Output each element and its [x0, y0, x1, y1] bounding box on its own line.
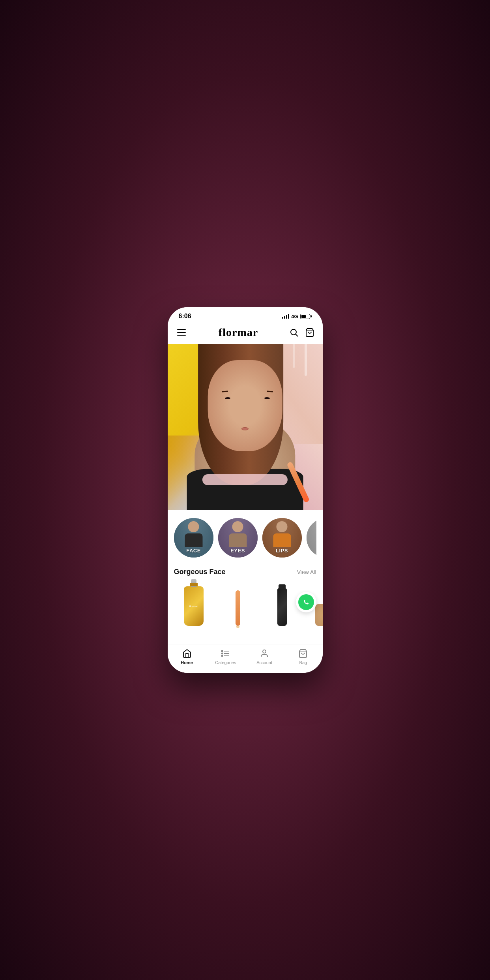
- status-icons: 4G: [282, 314, 311, 319]
- product-card-1[interactable]: flormar: [174, 582, 213, 626]
- app-header: flormar: [168, 323, 323, 344]
- svg-point-8: [221, 655, 223, 657]
- status-bar: 6:06 4G: [168, 307, 323, 323]
- nav-bag[interactable]: Bag: [284, 648, 322, 665]
- whatsapp-button[interactable]: [296, 592, 316, 612]
- nav-categories[interactable]: Categories: [206, 648, 245, 665]
- svg-point-6: [221, 651, 223, 652]
- home-nav-label: Home: [181, 660, 193, 665]
- product-card-2[interactable]: [218, 582, 258, 626]
- view-all-button[interactable]: View All: [297, 569, 316, 575]
- app-logo: flormar: [219, 326, 258, 339]
- product-pencil-image: [236, 590, 240, 626]
- nav-account[interactable]: Account: [245, 648, 284, 665]
- face-label: FACE: [186, 548, 201, 554]
- bag-nav-label: Bag: [299, 660, 307, 665]
- bag-button[interactable]: [305, 328, 314, 337]
- account-nav-label: Account: [256, 660, 272, 665]
- gorgeous-face-header: Gorgeous Face View All: [168, 561, 323, 579]
- category-circles-row: FACE EYES: [174, 518, 316, 558]
- svg-point-7: [221, 653, 223, 654]
- bottom-navigation: Home Categories: [168, 644, 323, 673]
- hamburger-icon: [177, 329, 186, 330]
- header-action-icons: [289, 328, 314, 337]
- product-bottle-image: flormar: [184, 586, 204, 626]
- network-label: 4G: [291, 314, 298, 319]
- battery-icon: [300, 314, 312, 319]
- search-button[interactable]: [289, 328, 299, 337]
- categories-nav-label: Categories: [215, 660, 236, 665]
- svg-line-1: [296, 334, 298, 337]
- signal-bars-icon: [282, 314, 289, 319]
- section-title: Gorgeous Face: [174, 568, 226, 576]
- eyes-label: EYES: [230, 548, 245, 554]
- category-extra[interactable]: [307, 518, 316, 558]
- svg-point-9: [263, 650, 266, 653]
- nav-home[interactable]: Home: [168, 648, 206, 665]
- category-face[interactable]: FACE: [174, 518, 213, 558]
- lips-label: LIPS: [276, 548, 288, 554]
- menu-button[interactable]: [176, 328, 187, 337]
- category-lips[interactable]: LIPS: [262, 518, 302, 558]
- hero-banner: [168, 344, 323, 510]
- categories-section: FACE EYES: [168, 510, 323, 561]
- category-eyes[interactable]: EYES: [218, 518, 258, 558]
- phone-frame: 6:06 4G flormar: [168, 307, 323, 673]
- main-content: FACE EYES: [168, 344, 323, 644]
- product-tube-image: [277, 588, 287, 626]
- status-time: 6:06: [179, 313, 191, 320]
- svg-point-0: [291, 329, 296, 335]
- product-compact-image: [315, 604, 323, 626]
